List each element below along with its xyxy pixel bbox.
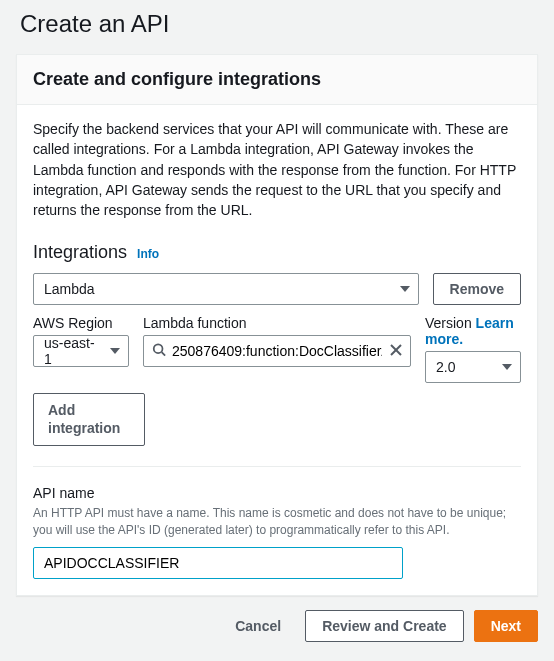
footer-actions: Cancel Review and Create Next xyxy=(0,596,554,642)
version-label: Version Learn more. xyxy=(425,315,521,347)
version-value: 2.0 xyxy=(436,359,455,375)
api-name-helper: An HTTP API must have a name. This name … xyxy=(33,505,521,539)
version-label-text: Version xyxy=(425,315,472,331)
integrations-card: Create and configure integrations Specif… xyxy=(16,54,538,596)
lambda-input[interactable] xyxy=(144,336,410,366)
api-name-label: API name xyxy=(33,485,521,501)
api-name-input[interactable] xyxy=(33,547,403,579)
review-and-create-button[interactable]: Review and Create xyxy=(305,610,464,642)
integration-fields-row: AWS Region us-east-1 Lambda function xyxy=(33,315,521,383)
card-description: Specify the backend services that your A… xyxy=(33,119,521,220)
remove-button[interactable]: Remove xyxy=(433,273,521,305)
integration-type-select[interactable]: Lambda xyxy=(33,273,419,305)
add-integration-row: Add integration xyxy=(33,393,521,446)
lambda-field: Lambda function xyxy=(143,315,411,367)
lambda-label: Lambda function xyxy=(143,315,411,331)
integrations-heading: Integrations xyxy=(33,242,127,263)
chevron-down-icon xyxy=(400,286,410,292)
version-select[interactable]: 2.0 xyxy=(425,351,521,383)
integrations-heading-row: Integrations Info xyxy=(33,242,521,263)
integration-type-value: Lambda xyxy=(44,281,95,297)
info-link[interactable]: Info xyxy=(137,247,159,261)
region-value: us-east-1 xyxy=(44,335,100,367)
card-title: Create and configure integrations xyxy=(33,69,521,90)
region-field: AWS Region us-east-1 xyxy=(33,315,129,367)
svg-point-0 xyxy=(154,345,163,354)
search-icon xyxy=(152,343,166,360)
api-name-field: API name An HTTP API must have a name. T… xyxy=(33,485,521,579)
integration-type-row: Lambda Remove xyxy=(33,273,521,305)
region-label: AWS Region xyxy=(33,315,129,331)
lambda-input-wrap[interactable] xyxy=(143,335,411,367)
chevron-down-icon xyxy=(502,364,512,370)
version-field: Version Learn more. 2.0 xyxy=(425,315,521,383)
next-button[interactable]: Next xyxy=(474,610,538,642)
api-name-input-wrap xyxy=(33,547,403,579)
region-select[interactable]: us-east-1 xyxy=(33,335,129,367)
card-header: Create and configure integrations xyxy=(17,55,537,105)
svg-line-1 xyxy=(162,353,166,357)
divider xyxy=(33,466,521,467)
add-integration-button[interactable]: Add integration xyxy=(33,393,145,446)
chevron-down-icon xyxy=(110,348,120,354)
card-body: Specify the backend services that your A… xyxy=(17,105,537,595)
clear-icon[interactable] xyxy=(390,343,402,359)
cancel-button[interactable]: Cancel xyxy=(221,610,295,642)
page-title: Create an API xyxy=(0,0,554,54)
